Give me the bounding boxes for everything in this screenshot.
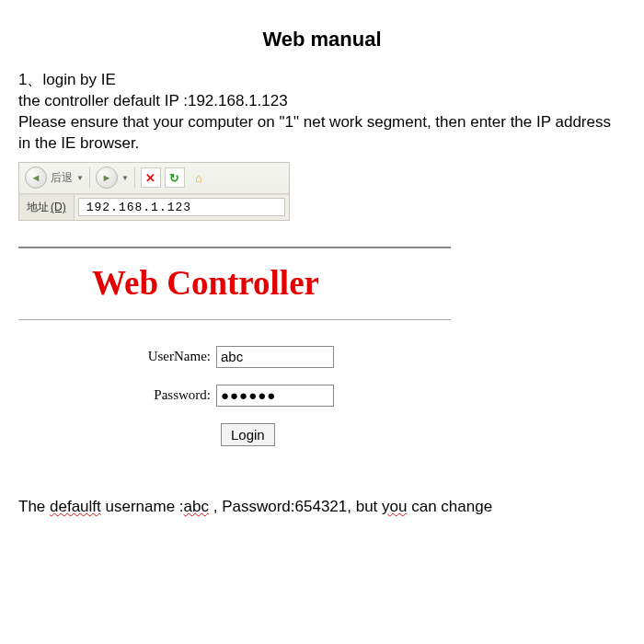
footer-you: you (382, 498, 407, 515)
password-input[interactable]: ●●●●●● (216, 385, 334, 407)
footer-defaulft: defaulft (50, 498, 101, 515)
toolbar-separator (89, 167, 90, 188)
stop-button[interactable]: ✕ (141, 167, 161, 188)
ie-toolbar: ◄ 后退 ▼ ► ▼ ✕ ↻ ⌂ 地址(D) 192.168.1.123 (18, 162, 290, 221)
footer-suffix: can change (407, 498, 492, 515)
chevron-down-icon: ▼ (121, 174, 129, 182)
login-row: Login (221, 423, 626, 446)
login-button[interactable]: Login (221, 423, 275, 446)
back-button-group[interactable]: ◄ 后退 ▼ (25, 167, 84, 189)
stop-icon: ✕ (145, 171, 155, 185)
footer-mid1: username : (101, 498, 184, 515)
home-button[interactable]: ⌂ (189, 167, 209, 188)
username-input[interactable] (216, 346, 334, 368)
username-label: UserName: (18, 349, 216, 364)
forward-arrow-icon: ► (96, 167, 118, 189)
back-arrow-icon: ◄ (25, 167, 47, 189)
address-shortcut: (D) (51, 201, 66, 213)
instruction-line-2: the controller default IP :192.168.1.123 (18, 91, 626, 112)
footer-mid2: , Password:654321, but (209, 498, 382, 515)
instruction-line-1: 1、login by IE (18, 70, 626, 91)
page-title: Web manual (18, 28, 626, 52)
back-label: 后退 (51, 170, 73, 186)
forward-button-group[interactable]: ► ▼ (96, 167, 129, 189)
footer-prefix: The (18, 498, 50, 515)
ie-address-bar: 地址(D) 192.168.1.123 (19, 194, 289, 220)
divider-thick (18, 247, 451, 248)
refresh-icon: ↻ (169, 171, 179, 185)
address-input[interactable]: 192.168.1.123 (78, 198, 285, 216)
address-label-text: 地址 (27, 200, 49, 215)
chevron-down-icon: ▼ (76, 174, 84, 182)
ie-toolbar-top: ◄ 后退 ▼ ► ▼ ✕ ↻ ⌂ (19, 163, 289, 194)
password-row: Password: ●●●●●● (18, 385, 626, 407)
instructions-block: 1、login by IE the controller default IP … (18, 70, 626, 155)
home-icon: ⌂ (195, 171, 202, 185)
address-label: 地址(D) (19, 195, 75, 220)
refresh-button[interactable]: ↻ (165, 167, 185, 188)
instruction-line-3: Please ensure that your computer on "1" … (18, 112, 626, 155)
password-label: Password: (18, 387, 216, 403)
username-row: UserName: (18, 346, 626, 368)
footer-text: The defaulft username :abc , Password:65… (18, 498, 626, 516)
toolbar-separator (134, 167, 135, 188)
footer-abc: abc (184, 498, 209, 515)
divider-thin (18, 319, 451, 320)
web-controller-heading: Web Controller (92, 263, 626, 303)
